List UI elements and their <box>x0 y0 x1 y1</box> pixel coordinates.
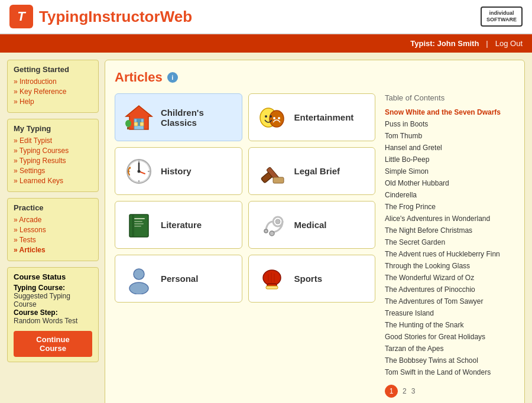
card-icon-entertainment <box>256 101 288 134</box>
nav-bar: Typist: John Smith | Log Out <box>0 34 532 53</box>
toc-link-7[interactable]: Cinderella <box>385 190 515 200</box>
practice-section: Practice » Arcade » Lessons » Tests » Ar… <box>7 198 99 261</box>
intro-link[interactable]: » Introduction <box>14 77 92 86</box>
articles-header: Articles i <box>115 70 515 85</box>
card-label-history: History <box>161 166 192 176</box>
toc-link-17[interactable]: Treasure Island <box>385 308 515 318</box>
logo-instructor: Instructor <box>88 8 160 25</box>
svg-rect-4 <box>140 122 144 126</box>
svg-point-35 <box>264 229 268 233</box>
grid-row-1: Children'sClassics <box>115 93 375 141</box>
toc-link-1[interactable]: Puss in Boots <box>385 119 515 129</box>
logout-link[interactable]: Log Out <box>495 39 523 48</box>
toc-link-10[interactable]: The Night Before Christmas <box>385 225 515 236</box>
tests-link[interactable]: » Tests <box>14 236 92 244</box>
toc-link-5[interactable]: Simple Simon <box>385 166 515 177</box>
continue-course-button[interactable]: Continue Course <box>14 331 92 357</box>
settings-link[interactable]: » Settings <box>14 167 92 175</box>
svg-point-8 <box>270 110 284 127</box>
toc-link-8[interactable]: The Frog Prince <box>385 202 515 212</box>
card-label-literature: Literature <box>161 220 202 230</box>
svg-point-5 <box>125 120 131 127</box>
toc-link-12[interactable]: The Advent rues of Huckleberry Finn <box>385 249 515 259</box>
toc-link-22[interactable]: Tom Swift in the Land of Wonders <box>385 367 515 378</box>
lessons-link[interactable]: » Lessons <box>14 226 92 234</box>
svg-rect-25 <box>273 177 284 183</box>
svg-rect-3 <box>134 122 138 126</box>
my-typing-title: My Typing <box>14 124 92 133</box>
keyref-link[interactable]: » Key Reference <box>14 87 92 96</box>
page-link-3[interactable]: 3 <box>411 387 416 395</box>
svg-rect-27 <box>132 214 134 237</box>
card-sports[interactable]: Sports <box>248 255 376 303</box>
course-status-title: Course Status <box>14 272 92 281</box>
pagination: 1 2 3 <box>385 385 515 398</box>
toc-link-3[interactable]: Hansel and Gretel <box>385 142 515 153</box>
svg-rect-29 <box>134 221 142 222</box>
learned-keys-link[interactable]: » Learned Keys <box>14 177 92 185</box>
grid-row-3: Literature <box>115 201 375 249</box>
card-legal-brief[interactable]: Legal Brief <box>248 147 376 195</box>
logo-typing: Typing <box>39 8 88 25</box>
sidebar: Getting Started » Introduction » Key Ref… <box>7 60 99 403</box>
card-label-personal: Personal <box>161 274 198 284</box>
main-layout: Getting Started » Introduction » Key Ref… <box>0 53 532 403</box>
toc-link-19[interactable]: Good Stories for Great Holidays <box>385 332 515 342</box>
svg-point-12 <box>278 117 280 119</box>
toc-link-0[interactable]: Snow White and the Seven Dwarfs <box>385 107 515 118</box>
toc-link-13[interactable]: Through the Looking Glass <box>385 261 515 271</box>
typist-label: Typist: John Smith <box>410 39 479 48</box>
toc-link-11[interactable]: The Secret Garden <box>385 237 515 248</box>
nav-divider: | <box>486 39 488 48</box>
page-link-2[interactable]: 2 <box>403 387 407 395</box>
card-medical[interactable]: Medical <box>248 201 376 249</box>
toc-link-15[interactable]: The Adventures of Pinocchio <box>385 284 515 295</box>
typing-courses-link[interactable]: » Typing Courses <box>14 147 92 155</box>
logo-icon <box>9 5 33 28</box>
brand-line2: SOFTWARE <box>486 17 517 23</box>
toc-link-21[interactable]: The Bobbsey Twins at School <box>385 355 515 366</box>
svg-rect-30 <box>134 223 144 225</box>
getting-started-title: Getting Started <box>14 65 92 74</box>
toc-link-16[interactable]: The Adventures of Tom Sawyer <box>385 296 515 307</box>
card-icon-literature <box>122 209 155 241</box>
edit-typist-link[interactable]: » Edit Typist <box>14 136 92 145</box>
typing-course-value: Suggested Typing Course <box>14 292 92 308</box>
help-link[interactable]: » Help <box>14 98 92 106</box>
page-btn-1[interactable]: 1 <box>385 385 398 398</box>
toc-link-2[interactable]: Tom Thumb <box>385 131 515 141</box>
toc: Table of Contents Snow White and the Sev… <box>385 93 515 398</box>
card-label-legal: Legal Brief <box>294 166 340 176</box>
logo-web: Web <box>160 8 192 25</box>
info-icon[interactable]: i <box>167 72 178 83</box>
toc-link-6[interactable]: Old Mother Hubbard <box>385 178 515 188</box>
toc-link-20[interactable]: Tarzan of the Apes <box>385 343 515 354</box>
svg-point-37 <box>129 282 148 294</box>
grid-row-2: History <box>115 147 375 195</box>
typing-results-link[interactable]: » Typing Results <box>14 157 92 165</box>
svg-point-38 <box>263 270 281 285</box>
toc-link-9[interactable]: Alice's Adventures in Wonderland <box>385 213 515 224</box>
header: TypingInstructorWeb individual SOFTWARE <box>0 0 532 34</box>
card-personal[interactable]: Personal <box>115 255 242 303</box>
card-history[interactable]: History <box>115 147 242 195</box>
arcade-link[interactable]: » Arcade <box>14 216 92 224</box>
logo-area: TypingInstructorWeb <box>9 5 192 28</box>
svg-point-36 <box>134 269 144 280</box>
practice-title: Practice <box>14 203 92 212</box>
toc-link-14[interactable]: The Wonderful Wizard of Oz <box>385 272 515 283</box>
card-entertainment[interactable]: Entertainment <box>248 93 376 141</box>
course-step-label: Course Step: <box>14 308 92 317</box>
svg-point-10 <box>270 115 272 118</box>
card-childrens-classics[interactable]: Children'sClassics <box>115 93 242 141</box>
typing-course-label: Typing Course: <box>14 284 92 292</box>
toc-link-18[interactable]: The Hunting of the Snark <box>385 320 515 330</box>
course-step-value: Random Words Test <box>14 317 92 325</box>
toc-link-4[interactable]: Little Bo-Peep <box>385 154 515 165</box>
card-icon-sports <box>256 262 288 295</box>
card-label-sports: Sports <box>294 274 323 284</box>
card-literature[interactable]: Literature <box>115 201 242 249</box>
course-status-section: Course Status Typing Course: Suggested T… <box>7 267 99 362</box>
svg-point-33 <box>275 219 280 224</box>
articles-link[interactable]: » Articles <box>14 246 92 254</box>
